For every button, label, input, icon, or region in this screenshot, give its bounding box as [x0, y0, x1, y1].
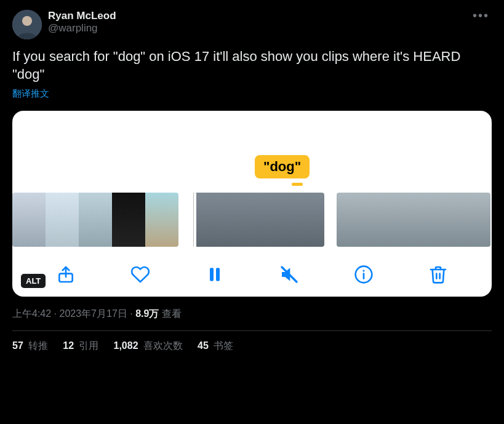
svg-rect-3 — [210, 268, 214, 281]
heart-icon[interactable] — [127, 261, 154, 288]
tweet-header: Ryan McLeod @warpling ••• — [12, 10, 492, 39]
search-term-badge: "dog" — [255, 155, 310, 178]
views-label: 查看 — [159, 308, 181, 319]
tweet-container: Ryan McLeod @warpling ••• If you search … — [0, 0, 504, 362]
tweet-text: If you search for "dog" on iOS 17 it'll … — [12, 48, 492, 83]
bookmarks-stat[interactable]: 45 书签 — [198, 340, 233, 353]
alt-badge[interactable]: ALT — [21, 274, 46, 288]
clip-frame — [228, 193, 260, 247]
video-timeline[interactable] — [12, 192, 492, 247]
handle[interactable]: @warpling — [48, 22, 464, 34]
tweet-time[interactable]: 上午4:42 — [12, 308, 51, 319]
clip-frame — [46, 193, 79, 247]
tweet-meta: 上午4:42 · 2023年7月17日 · 8.9万 查看 — [12, 308, 492, 321]
more-menu[interactable]: ••• — [470, 10, 492, 21]
info-icon[interactable] — [350, 261, 377, 288]
clip-frame — [337, 193, 367, 247]
search-term-tick — [292, 183, 303, 186]
quotes-stat[interactable]: 12 引用 — [63, 340, 98, 353]
clip-frame — [196, 193, 228, 247]
share-icon[interactable] — [52, 261, 79, 288]
mute-icon[interactable] — [276, 261, 303, 288]
retweets-stat[interactable]: 57 转推 — [12, 340, 48, 353]
clip-group[interactable] — [191, 193, 324, 247]
user-block: Ryan McLeod @warpling — [48, 10, 464, 34]
divider — [12, 330, 492, 331]
likes-stat[interactable]: 1,082 喜欢次数 — [114, 340, 183, 353]
media-card[interactable]: "dog" — [12, 111, 492, 297]
clip-frame — [260, 193, 292, 247]
clip-group[interactable] — [337, 193, 490, 247]
clip-group[interactable] — [12, 193, 178, 247]
clip-frame — [429, 193, 460, 247]
tweet-date[interactable]: 2023年7月17日 — [59, 308, 127, 319]
views-count: 8.9万 — [135, 308, 159, 319]
avatar[interactable] — [12, 10, 42, 39]
display-name[interactable]: Ryan McLeod — [48, 10, 464, 22]
svg-rect-4 — [216, 268, 220, 281]
media-toolbar — [12, 261, 492, 288]
clip-frame — [145, 193, 178, 247]
stats-row: 57 转推 12 引用 1,082 喜欢次数 45 书签 — [12, 340, 492, 353]
clip-frame — [79, 193, 112, 247]
clip-frame — [112, 193, 145, 247]
clip-frame — [292, 193, 324, 247]
translate-link[interactable]: 翻译推文 — [12, 88, 492, 100]
svg-point-1 — [22, 16, 32, 26]
clip-frame — [367, 193, 398, 247]
clip-frame — [398, 193, 429, 247]
clip-frame — [460, 193, 490, 247]
trash-icon[interactable] — [425, 261, 452, 288]
svg-point-8 — [363, 270, 365, 272]
clip-frame — [12, 193, 46, 247]
pause-icon[interactable] — [201, 261, 228, 288]
